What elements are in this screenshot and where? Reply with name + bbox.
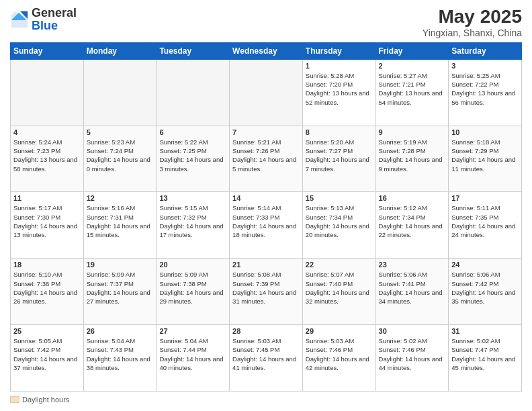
calendar-cell: 24 Sunrise: 5:06 AMSunset: 7:42 PMDaylig… [449, 259, 522, 325]
day-info: Sunrise: 5:09 AMSunset: 7:37 PMDaylight:… [87, 271, 150, 305]
day-info: Sunrise: 5:23 AMSunset: 7:24 PMDaylight:… [87, 138, 150, 173]
day-info: Sunrise: 5:20 AMSunset: 7:27 PMDaylight:… [306, 138, 369, 173]
day-info: Sunrise: 5:04 AMSunset: 7:44 PMDaylight:… [159, 337, 223, 371]
day-number: 21 [232, 261, 300, 269]
calendar-week-row: 1 Sunrise: 5:28 AMSunset: 7:20 PMDayligh… [11, 59, 522, 126]
calendar-cell: 20 Sunrise: 5:09 AMSunset: 7:38 PMDaylig… [157, 259, 230, 325]
day-info: Sunrise: 5:25 AMSunset: 7:22 PMDaylight:… [451, 72, 515, 106]
day-number: 5 [87, 128, 154, 136]
day-number: 22 [306, 261, 373, 269]
header-sunday: Sunday [11, 42, 84, 59]
day-info: Sunrise: 5:21 AMSunset: 7:26 PMDaylight:… [232, 138, 296, 173]
calendar-cell: 12 Sunrise: 5:16 AMSunset: 7:31 PMDaylig… [83, 192, 157, 259]
day-number: 4 [13, 128, 81, 136]
logo-general: General [32, 6, 77, 19]
day-number: 16 [379, 194, 446, 202]
day-number: 25 [13, 327, 81, 335]
calendar-week-row: 4 Sunrise: 5:24 AMSunset: 7:23 PMDayligh… [11, 126, 522, 192]
legend-box [10, 396, 19, 403]
day-number: 6 [159, 128, 226, 136]
calendar-cell [83, 59, 157, 126]
logo-blue: Blue [32, 19, 58, 32]
calendar-cell: 25 Sunrise: 5:05 AMSunset: 7:42 PMDaylig… [11, 325, 84, 392]
calendar-cell: 14 Sunrise: 5:14 AMSunset: 7:33 PMDaylig… [230, 192, 303, 259]
calendar-cell: 3 Sunrise: 5:25 AMSunset: 7:22 PMDayligh… [449, 59, 522, 126]
calendar-cell: 1 Sunrise: 5:28 AMSunset: 7:20 PMDayligh… [302, 59, 375, 126]
header-friday: Friday [375, 42, 449, 59]
calendar-cell: 6 Sunrise: 5:22 AMSunset: 7:25 PMDayligh… [157, 126, 230, 192]
calendar-cell: 28 Sunrise: 5:03 AMSunset: 7:45 PMDaylig… [230, 325, 303, 392]
calendar-cell [230, 59, 303, 126]
day-info: Sunrise: 5:09 AMSunset: 7:38 PMDaylight:… [159, 271, 223, 305]
day-number: 18 [13, 261, 81, 269]
day-number: 24 [451, 261, 519, 269]
month-title: May 2025 [423, 7, 522, 28]
day-info: Sunrise: 5:03 AMSunset: 7:45 PMDaylight:… [232, 337, 296, 371]
day-number: 10 [451, 128, 519, 136]
calendar-cell: 10 Sunrise: 5:18 AMSunset: 7:29 PMDaylig… [449, 126, 522, 192]
day-info: Sunrise: 5:04 AMSunset: 7:43 PMDaylight:… [87, 337, 150, 371]
calendar-week-row: 11 Sunrise: 5:17 AMSunset: 7:30 PMDaylig… [11, 192, 522, 259]
calendar-cell: 17 Sunrise: 5:11 AMSunset: 7:35 PMDaylig… [449, 192, 522, 259]
day-number: 3 [451, 62, 519, 70]
day-number: 9 [379, 128, 446, 136]
day-number: 13 [159, 194, 226, 202]
day-info: Sunrise: 5:14 AMSunset: 7:33 PMDaylight:… [232, 204, 296, 238]
header-monday: Monday [83, 42, 157, 59]
day-number: 17 [451, 194, 519, 202]
calendar-cell: 27 Sunrise: 5:04 AMSunset: 7:44 PMDaylig… [157, 325, 230, 392]
day-info: Sunrise: 5:11 AMSunset: 7:35 PMDaylight:… [451, 204, 515, 238]
header-thursday: Thursday [302, 42, 375, 59]
day-info: Sunrise: 5:03 AMSunset: 7:46 PMDaylight:… [306, 337, 369, 371]
calendar-cell: 7 Sunrise: 5:21 AMSunset: 7:26 PMDayligh… [230, 126, 303, 192]
calendar-cell: 18 Sunrise: 5:10 AMSunset: 7:36 PMDaylig… [11, 259, 84, 325]
calendar-cell: 5 Sunrise: 5:23 AMSunset: 7:24 PMDayligh… [83, 126, 157, 192]
day-number: 28 [232, 327, 300, 335]
calendar-cell: 19 Sunrise: 5:09 AMSunset: 7:37 PMDaylig… [83, 259, 157, 325]
calendar-cell: 30 Sunrise: 5:02 AMSunset: 7:46 PMDaylig… [375, 325, 449, 392]
calendar-cell: 26 Sunrise: 5:04 AMSunset: 7:43 PMDaylig… [83, 325, 157, 392]
calendar: Sunday Monday Tuesday Wednesday Thursday… [10, 42, 522, 392]
calendar-cell: 22 Sunrise: 5:07 AMSunset: 7:40 PMDaylig… [302, 259, 375, 325]
day-number: 8 [306, 128, 373, 136]
day-number: 30 [379, 327, 446, 335]
legend: Daylight hours [10, 396, 522, 404]
day-info: Sunrise: 5:06 AMSunset: 7:41 PMDaylight:… [379, 271, 443, 305]
day-info: Sunrise: 5:05 AMSunset: 7:42 PMDaylight:… [13, 337, 77, 371]
legend-label: Daylight hours [22, 396, 69, 404]
calendar-cell: 13 Sunrise: 5:15 AMSunset: 7:32 PMDaylig… [157, 192, 230, 259]
day-number: 14 [232, 194, 300, 202]
header-saturday: Saturday [449, 42, 522, 59]
location: Yingxian, Shanxi, China [423, 28, 522, 38]
logo: General Blue [10, 7, 77, 32]
calendar-cell: 8 Sunrise: 5:20 AMSunset: 7:27 PMDayligh… [302, 126, 375, 192]
header-wednesday: Wednesday [230, 42, 303, 59]
day-info: Sunrise: 5:15 AMSunset: 7:32 PMDaylight:… [159, 204, 223, 238]
day-info: Sunrise: 5:19 AMSunset: 7:28 PMDaylight:… [379, 138, 443, 173]
calendar-week-row: 25 Sunrise: 5:05 AMSunset: 7:42 PMDaylig… [11, 325, 522, 392]
day-info: Sunrise: 5:27 AMSunset: 7:21 PMDaylight:… [379, 72, 443, 106]
day-number: 19 [87, 261, 154, 269]
calendar-cell: 4 Sunrise: 5:24 AMSunset: 7:23 PMDayligh… [11, 126, 84, 192]
day-number: 12 [87, 194, 154, 202]
day-info: Sunrise: 5:10 AMSunset: 7:36 PMDaylight:… [13, 271, 77, 305]
day-info: Sunrise: 5:02 AMSunset: 7:46 PMDaylight:… [379, 337, 443, 371]
day-info: Sunrise: 5:08 AMSunset: 7:39 PMDaylight:… [232, 271, 296, 305]
logo-icon [10, 10, 29, 29]
header-tuesday: Tuesday [157, 42, 230, 59]
day-number: 26 [87, 327, 154, 335]
day-number: 20 [159, 261, 226, 269]
calendar-cell: 11 Sunrise: 5:17 AMSunset: 7:30 PMDaylig… [11, 192, 84, 259]
day-number: 15 [306, 194, 373, 202]
day-info: Sunrise: 5:16 AMSunset: 7:31 PMDaylight:… [87, 204, 150, 238]
calendar-cell: 31 Sunrise: 5:02 AMSunset: 7:47 PMDaylig… [449, 325, 522, 392]
calendar-cell: 15 Sunrise: 5:13 AMSunset: 7:34 PMDaylig… [302, 192, 375, 259]
day-info: Sunrise: 5:22 AMSunset: 7:25 PMDaylight:… [159, 138, 223, 173]
day-number: 11 [13, 194, 81, 202]
calendar-cell: 16 Sunrise: 5:12 AMSunset: 7:34 PMDaylig… [375, 192, 449, 259]
day-info: Sunrise: 5:18 AMSunset: 7:29 PMDaylight:… [451, 138, 515, 173]
day-info: Sunrise: 5:28 AMSunset: 7:20 PMDaylight:… [306, 72, 369, 106]
day-info: Sunrise: 5:24 AMSunset: 7:23 PMDaylight:… [13, 138, 77, 173]
day-info: Sunrise: 5:17 AMSunset: 7:30 PMDaylight:… [13, 204, 77, 238]
day-number: 27 [159, 327, 226, 335]
